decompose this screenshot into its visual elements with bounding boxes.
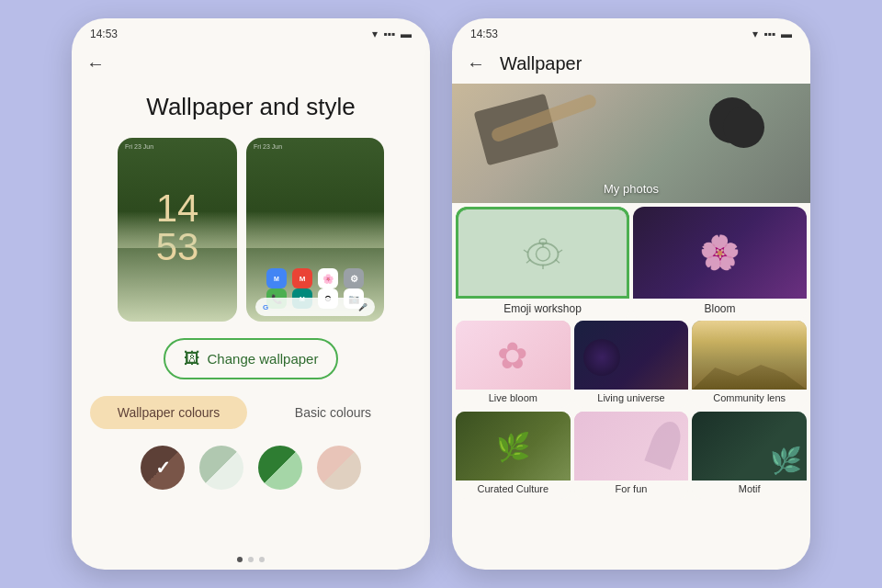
search-bar: G 🎤 [255,298,375,316]
wallpaper-colours-tab[interactable]: Wallpaper colours [90,396,247,429]
status-icons-right: ▾ ▪▪▪ ▬ [752,28,792,40]
signal-icon: ▪▪▪ [383,28,395,40]
gmail-icon: M [292,268,312,288]
colour-tabs: Wallpaper colours Basic colours [90,396,412,429]
dot-3 [259,557,265,562]
right-content: My photos [452,84,810,570]
right-phone: 14:53 ▾ ▪▪▪ ▬ ← Wallpaper My photos [452,18,810,570]
time-left: 14:53 [90,28,118,40]
emoji-workshop-label: Emoji workshop [456,299,629,321]
for-fun-inner [574,412,689,481]
nav-bar-left: ← [72,44,430,84]
lock-screen-preview: Fri 23 Jun 1453 [118,138,237,322]
motif-inner [692,412,807,481]
wifi-icon-right: ▾ [752,28,758,40]
color-swatches [141,446,361,490]
for-fun-thumb [574,412,689,481]
swatch-green[interactable] [258,446,302,490]
status-icons-left: ▾ ▪▪▪ ▬ [372,28,412,40]
living-universe-item[interactable]: Living universe [574,321,689,408]
living-universe-label: Living universe [574,390,689,408]
bottom-grid: Live bloom Living universe Community len… [452,321,810,503]
community-lens-item[interactable]: Community lens [692,321,807,408]
home-screen-preview: Fri 23 Jun M M 🌸 ⚙ 📞 M ⊙ 📷 G 🎤 [246,138,384,322]
for-fun-item[interactable]: For fun [574,412,689,499]
maps-icon: M [266,268,287,288]
cloud-overlay [118,211,237,248]
turtle-svg [515,225,571,280]
for-fun-label: For fun [574,481,689,499]
status-bar-right: 14:53 ▾ ▪▪▪ ▬ [452,18,810,44]
mic-icon: 🎤 [358,303,368,311]
wallpaper-nav-title: Wallpaper [500,53,582,74]
signal-icon-right: ▪▪▪ [763,28,775,40]
bloom-item[interactable]: 🌸 Bloom [633,207,807,321]
emoji-workshop-item[interactable]: Emoji workshop [456,207,629,321]
nav-bar-right: ← Wallpaper [452,44,810,84]
community-lens-thumb [692,321,807,390]
curated-culture-label: Curated Culture [456,481,571,499]
curated-culture-item[interactable]: Curated Culture [456,412,571,499]
battery-icon: ▬ [401,28,412,40]
bloom-thumb: 🌸 [633,207,807,299]
page-dots-left [72,549,430,570]
back-button-right[interactable]: ← [467,50,492,78]
my-photos-section[interactable]: My photos [452,84,810,203]
wifi-icon: ▾ [372,28,378,40]
motif-thumb [692,412,807,481]
svg-line-5 [558,250,562,253]
lock-date-label: Fri 23 Jun [125,143,153,150]
living-universe-inner [574,321,689,390]
motif-label: Motif [692,481,807,499]
status-bar-left: 14:53 ▾ ▪▪▪ ▬ [72,18,430,44]
my-photos-label: My photos [452,182,810,196]
change-wallpaper-label: Change wallpaper [208,351,319,367]
svg-line-6 [526,260,531,264]
home-date-label: Fri 23 Jun [254,143,282,150]
community-lens-label: Community lens [692,390,807,408]
app-icons-row: M M 🌸 ⚙ [246,268,384,288]
swatch-peach[interactable] [317,446,361,490]
swatch-light-green[interactable] [199,446,243,490]
live-bloom-thumb [456,321,571,390]
battery-icon-right: ▬ [781,28,792,40]
back-button-left[interactable]: ← [86,50,112,78]
live-bloom-inner [456,321,571,390]
key-shape [490,93,598,143]
page-title: Wallpaper and style [146,93,355,121]
motif-item[interactable]: Motif [692,412,807,499]
live-bloom-item[interactable]: Live bloom [456,321,571,408]
basic-colours-tab[interactable]: Basic colours [254,396,412,429]
bloom-decoration: 🌸 [699,233,741,272]
svg-line-4 [524,250,528,253]
community-lens-inner [692,321,807,390]
google-g: G [263,303,268,311]
swatch-dark-brown[interactable] [141,446,185,490]
dot-2 [248,557,254,562]
svg-point-1 [536,247,549,261]
live-bloom-label: Live bloom [456,390,571,408]
left-content: Wallpaper and style Fri 23 Jun 1453 Fri … [72,84,430,549]
wallpaper-btn-icon: 🖼 [184,349,200,368]
time-right: 14:53 [470,28,498,40]
bloom-label: Bloom [633,299,807,321]
cloud-overlay-home [246,211,384,248]
left-phone: 14:53 ▾ ▪▪▪ ▬ ← Wallpaper and style Fri … [72,18,430,570]
top-grid: Emoji workshop 🌸 Bloom [452,203,810,321]
settings-icon: ⚙ [344,268,364,288]
emoji-workshop-thumb [456,207,629,299]
dark-object [709,97,755,143]
curated-thumb [456,412,571,481]
living-universe-thumb [574,321,689,390]
wallpaper-preview: Fri 23 Jun 1453 Fri 23 Jun M M 🌸 ⚙ 📞 M ⊙… [90,138,412,322]
svg-line-7 [555,260,560,264]
photos-icon: 🌸 [318,268,338,288]
dot-1 [237,557,243,562]
change-wallpaper-button[interactable]: 🖼 Change wallpaper [164,338,339,379]
curated-inner [456,412,571,481]
